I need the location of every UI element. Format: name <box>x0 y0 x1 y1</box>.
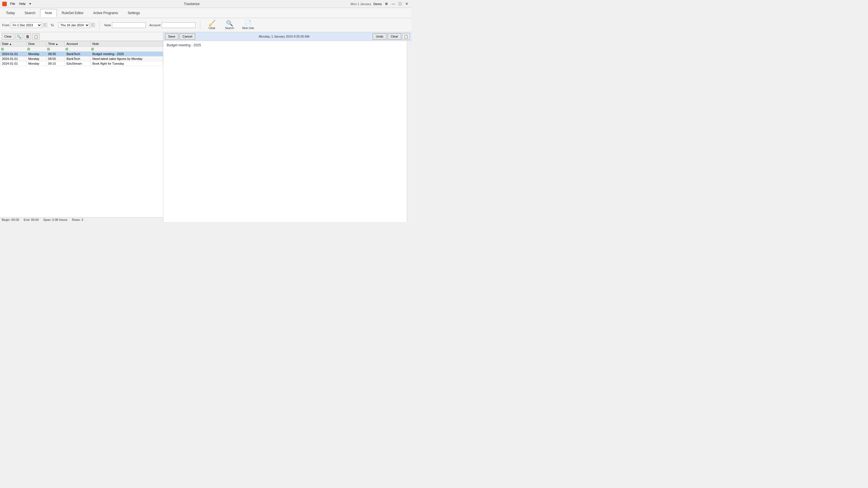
tab-note[interactable]: Note <box>40 9 57 17</box>
cell-dow: Monday <box>27 52 46 57</box>
left-search-button[interactable]: 🔍 <box>15 33 23 39</box>
col-filter-time: ⊞ <box>46 46 65 52</box>
left-delete-icon: 🗑 <box>26 34 29 39</box>
tab-active-programs[interactable]: Active Programs <box>88 9 123 17</box>
from-group: From Fri 1 Dec 2023 C <box>2 22 47 28</box>
cell-note: Need latest sales figures by Monday <box>90 57 163 61</box>
search-action-button[interactable]: 🔍 Search <box>222 20 237 30</box>
date-filter-icon[interactable]: ⊞ <box>1 47 4 51</box>
cancel-button[interactable]: Cancel <box>179 33 195 39</box>
dow-filter-icon[interactable]: ⊞ <box>27 47 30 51</box>
note-filter-label: Note <box>104 24 111 27</box>
minimize-button[interactable]: — <box>391 2 396 6</box>
col-header-dow[interactable]: Dow <box>27 41 46 46</box>
col-filter-note: ⊞ <box>90 46 163 52</box>
undo-button[interactable]: Undo <box>373 33 386 39</box>
cell-account: BankTech <box>65 57 91 61</box>
cell-date: 2024-01-01 <box>0 61 27 66</box>
table-body: 2024-01-01Monday08:35BankTechBudget meet… <box>0 52 163 66</box>
titlebar-menu: File Help ▾ <box>8 1 33 6</box>
note-filter-icon[interactable]: ⊞ <box>91 47 94 51</box>
main-area: Clear 🔍 🗑 📋 Date Dow Time Account <box>0 32 411 222</box>
clear-action-label: Clear <box>209 27 215 30</box>
new-note-icon: 📄 <box>245 20 252 26</box>
note-filter-group: Note <box>104 22 146 28</box>
app-title: Trackerize <box>184 2 200 6</box>
left-toolbar: Clear 🔍 🗑 📋 <box>0 32 163 41</box>
status-span: Span: 0.08 Hours <box>43 218 67 221</box>
time-filter-icon[interactable]: ⊞ <box>47 47 50 51</box>
menu-help-arrow[interactable]: ▾ <box>28 1 33 6</box>
status-begin: Begin: 00:00 <box>2 218 19 221</box>
col-header-time[interactable]: Time <box>46 41 65 46</box>
left-copy-button[interactable]: 📋 <box>32 33 39 39</box>
menu-file[interactable]: File <box>8 1 17 6</box>
account-filter-icon[interactable]: ⊞ <box>65 47 68 51</box>
col-header-date[interactable]: Date <box>0 41 27 46</box>
right-scrollbar[interactable] <box>407 41 411 222</box>
to-label: To <box>51 24 57 27</box>
right-copy-icon: 📋 <box>404 34 408 39</box>
table-row[interactable]: 2024-01-01Monday08:55BankTechNeed latest… <box>0 57 163 61</box>
cell-date: 2024-01-01 <box>0 52 27 57</box>
titlebar: File Help ▾ Trackerize Mon 1 January Dem… <box>0 0 411 8</box>
from-label: From <box>2 24 10 27</box>
right-panel: Save Cancel Monday, 1 January 2024 8:35:… <box>163 32 411 222</box>
note-editor[interactable]: Budget meeting - 2025 <box>163 41 407 222</box>
cell-account: EduStream <box>65 61 91 66</box>
account-filter-label: Account <box>149 24 160 27</box>
left-panel: Clear 🔍 🗑 📋 Date Dow Time Account <box>0 32 163 222</box>
from-clear-button[interactable]: C <box>43 23 47 27</box>
search-action-label: Search <box>225 27 234 30</box>
clear-icon: 🧹 <box>209 20 216 26</box>
maximize-button[interactable]: ☐ <box>398 2 402 6</box>
tab-settings[interactable]: Settings <box>123 9 145 17</box>
new-note-action-button[interactable]: 📄 New note <box>240 20 256 30</box>
app-logo-icon <box>2 2 7 6</box>
col-filter-account: ⊞ <box>65 46 91 52</box>
titlebar-user: Demo <box>374 2 382 6</box>
tab-ruleset[interactable]: RuleSet Editor <box>57 9 88 17</box>
new-note-action-label: New note <box>242 27 254 30</box>
col-header-account[interactable]: Account <box>65 41 91 46</box>
account-filter-group: Account <box>149 22 195 28</box>
left-clear-button[interactable]: Clear <box>2 33 14 39</box>
left-delete-button[interactable]: 🗑 <box>24 33 31 39</box>
search-icon: 🔍 <box>226 20 233 26</box>
table-row[interactable]: 2024-01-01Monday08:35BankTechBudget meet… <box>0 52 163 57</box>
right-clear-button[interactable]: Clear <box>388 33 401 39</box>
left-copy-icon: 📋 <box>34 34 38 39</box>
tab-today[interactable]: Today <box>1 9 20 17</box>
to-date-select[interactable]: Thu 18 Jan 2024 <box>59 22 90 28</box>
account-filter-input[interactable] <box>162 22 195 28</box>
right-toolbar: Save Cancel Monday, 1 January 2024 8:35:… <box>163 32 411 41</box>
cell-date: 2024-01-01 <box>0 57 27 61</box>
filterbar: From Fri 1 Dec 2023 C To Thu 18 Jan 2024… <box>0 18 411 32</box>
cell-dow: Monday <box>27 61 46 66</box>
left-statusbar: Begin: 00:00 End: 00:00 Span: 0.08 Hours… <box>0 217 163 222</box>
status-rows: Rows: 3 <box>72 218 83 221</box>
to-clear-button[interactable]: C <box>91 23 95 27</box>
notes-table: Date Dow Time Account Note ⊞ ⊞ <box>0 41 163 66</box>
titlebar-left: File Help ▾ <box>2 1 33 6</box>
cell-time: 08:55 <box>46 57 65 61</box>
note-filter-input[interactable] <box>112 22 146 28</box>
tab-search[interactable]: Search <box>20 9 40 17</box>
col-header-note[interactable]: Note <box>90 41 163 46</box>
table-row[interactable]: 2024-01-01Monday09:15EduStreamBook fligh… <box>0 61 163 66</box>
clear-action-button[interactable]: 🧹 Clear <box>205 20 219 30</box>
titlebar-restore-icon[interactable]: ⊞ <box>384 1 389 6</box>
right-copy-button[interactable]: 📋 <box>402 33 410 39</box>
menubar: Today Search Note RuleSet Editor Active … <box>0 8 411 18</box>
cell-note: Book flight for Tuesday <box>90 61 163 66</box>
from-date-select[interactable]: Fri 1 Dec 2023 <box>11 22 42 28</box>
col-filter-dow: ⊞ <box>27 46 46 52</box>
save-button[interactable]: Save <box>165 33 178 39</box>
close-button[interactable]: ✕ <box>405 2 409 6</box>
filter-separator <box>99 21 100 29</box>
table-header-row: Date Dow Time Account Note <box>0 41 163 46</box>
menu-help[interactable]: Help <box>18 1 27 6</box>
note-content-text: Budget meeting - 2025 <box>167 43 201 47</box>
table-filter-row: ⊞ ⊞ ⊞ ⊞ ⊞ <box>0 46 163 52</box>
col-filter-date: ⊞ <box>0 46 27 52</box>
